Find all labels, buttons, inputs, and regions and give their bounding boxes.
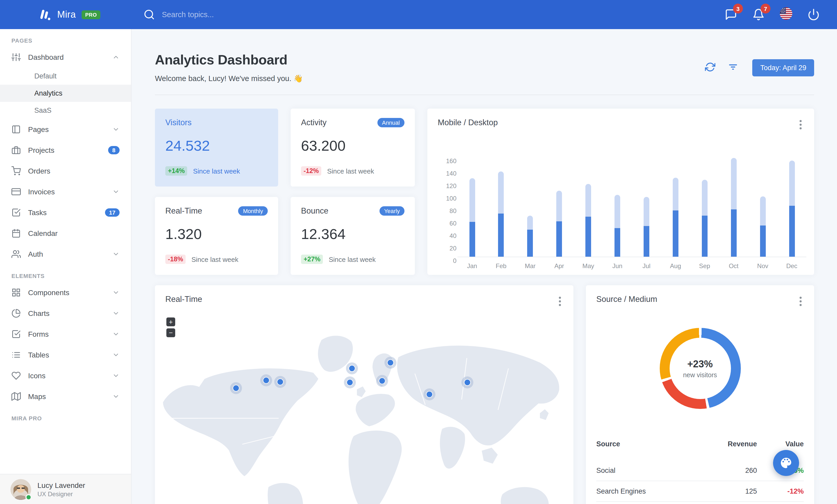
sidebar-subitem-saas[interactable]: SaaS xyxy=(0,102,131,119)
map-marker[interactable] xyxy=(379,377,386,384)
y-axis-tick-label: 120 xyxy=(436,182,457,190)
map-marker[interactable] xyxy=(346,379,353,386)
bar-jul-desktop[interactable] xyxy=(644,197,649,226)
table-row-social[interactable]: Social260+35% xyxy=(596,460,804,481)
bar-sep-mobile[interactable] xyxy=(702,216,708,257)
map-zoom-in-button[interactable]: + xyxy=(166,317,175,326)
map-marker[interactable] xyxy=(233,385,239,392)
map-marker[interactable] xyxy=(263,377,270,384)
stat-period-badge[interactable]: Annual xyxy=(377,118,405,127)
chevron-down-icon xyxy=(112,351,120,358)
shopping-cart-icon xyxy=(12,166,21,175)
bar-mar-mobile[interactable] xyxy=(528,230,533,257)
bar-aug-mobile[interactable] xyxy=(673,210,678,257)
bar-oct-mobile[interactable] xyxy=(731,209,736,257)
sidebar-item-label: Maps xyxy=(28,392,105,400)
bar-feb-mobile[interactable] xyxy=(498,213,504,257)
theme-palette-fab[interactable] xyxy=(773,450,799,476)
bar-aug-desktop[interactable] xyxy=(673,178,678,210)
bar-may-desktop[interactable] xyxy=(585,184,591,217)
map-marker[interactable] xyxy=(277,378,284,385)
y-axis-tick-label: 80 xyxy=(436,207,457,214)
bar-jan-mobile[interactable] xyxy=(469,222,475,257)
sidebar-item-maps[interactable]: Maps xyxy=(0,386,131,407)
map-marker[interactable] xyxy=(349,365,355,372)
stat-card-visitors: Visitors24.532+14%Since last week xyxy=(155,109,278,187)
kebab-menu-icon[interactable] xyxy=(557,295,563,308)
sidebar-item-charts[interactable]: Charts xyxy=(0,303,131,324)
sidebar-item-projects[interactable]: Projects8 xyxy=(0,140,131,161)
bar-may-mobile[interactable] xyxy=(585,217,591,257)
map-zoom-out-button[interactable]: − xyxy=(166,329,175,337)
world-map[interactable] xyxy=(155,311,573,504)
stat-period-badge[interactable]: Yearly xyxy=(379,206,405,216)
credit-card-icon xyxy=(12,187,21,197)
x-axis-label: Jan xyxy=(458,262,486,270)
stat-value: 63.200 xyxy=(301,138,405,154)
table-row-direct[interactable]: Direct164+46% xyxy=(596,501,804,504)
sidebar-item-dashboard[interactable]: Dashboard xyxy=(0,47,131,68)
bar-jun-desktop[interactable] xyxy=(615,195,620,228)
kebab-menu-icon[interactable] xyxy=(798,295,804,308)
sidebar-item-orders[interactable]: Orders xyxy=(0,161,131,181)
search-input[interactable] xyxy=(162,11,318,19)
filter-button[interactable] xyxy=(728,62,739,73)
sidebar-item-label: Dashboard xyxy=(28,53,105,61)
sidebar-item-tasks[interactable]: Tasks17 xyxy=(0,202,131,223)
sidebar-item-tables[interactable]: Tables xyxy=(0,344,131,365)
bar-apr-mobile[interactable] xyxy=(556,221,562,257)
logout-power-button[interactable] xyxy=(807,8,820,21)
bar-sep-desktop[interactable] xyxy=(702,180,708,216)
notifications-button[interactable]: 7 xyxy=(752,8,765,21)
sidebar-item-label: Forms xyxy=(28,330,105,338)
bar-apr-desktop[interactable] xyxy=(556,191,562,221)
sidebar-user[interactable]: Lucy Lavender UX Designer xyxy=(0,474,131,504)
stat-period-badge[interactable]: Monthly xyxy=(238,206,268,216)
y-axis-tick-label: 0 xyxy=(436,257,457,264)
bar-oct-desktop[interactable] xyxy=(731,158,736,209)
heart-icon xyxy=(12,371,21,380)
navbar-actions: 3 7 xyxy=(724,8,837,21)
source-donut-chart[interactable]: +23% new visitors xyxy=(659,328,741,409)
header-divider xyxy=(155,95,814,95)
bar-jul-mobile[interactable] xyxy=(644,226,649,257)
bar-nov-desktop[interactable] xyxy=(760,196,766,225)
bar-jan-desktop[interactable] xyxy=(469,178,475,222)
sidebar-item-label: Pages xyxy=(28,125,105,133)
language-flag-button[interactable] xyxy=(779,8,793,21)
chevron-down-icon xyxy=(112,188,120,195)
bar-dec-mobile[interactable] xyxy=(789,205,795,257)
map-marker[interactable] xyxy=(464,379,471,386)
kebab-menu-icon[interactable] xyxy=(798,118,804,131)
bar-jun-mobile[interactable] xyxy=(615,228,620,257)
y-axis-tick-label: 20 xyxy=(436,245,457,252)
table-row-search-engines[interactable]: Search Engines125-12% xyxy=(596,481,804,501)
bar-mar-desktop[interactable] xyxy=(528,216,533,230)
x-axis-label: Aug xyxy=(661,262,690,270)
x-axis-label: Jun xyxy=(603,262,632,270)
map-marker[interactable] xyxy=(387,359,394,366)
refresh-button[interactable] xyxy=(705,62,716,73)
chevron-down-icon xyxy=(112,289,120,296)
realtime-map-card: Real-Time + − xyxy=(155,285,573,504)
stat-card-title: Activity xyxy=(301,118,326,127)
sidebar-item-pages[interactable]: Pages xyxy=(0,119,131,140)
sidebar-item-invoices[interactable]: Invoices xyxy=(0,181,131,202)
sidebar-item-calendar[interactable]: Calendar xyxy=(0,223,131,244)
sidebar-item-icons[interactable]: Icons xyxy=(0,365,131,386)
map-marker[interactable] xyxy=(426,391,433,398)
y-axis-tick-label: 100 xyxy=(436,195,457,202)
sidebar-item-forms[interactable]: Forms xyxy=(0,324,131,344)
sidebar-subitem-default[interactable]: Default xyxy=(0,68,131,85)
sidebar-item-auth[interactable]: Auth xyxy=(0,244,131,264)
bar-feb-desktop[interactable] xyxy=(498,171,504,213)
brand[interactable]: Mira PRO xyxy=(0,7,101,22)
sidebar-item-components[interactable]: Components xyxy=(0,282,131,303)
messages-button[interactable]: 3 xyxy=(724,8,738,21)
bar-dec-desktop[interactable] xyxy=(789,161,795,205)
date-range-button[interactable]: Today: April 29 xyxy=(752,59,814,76)
notifications-badge: 7 xyxy=(761,4,770,14)
sidebar-item-badge: 8 xyxy=(108,146,120,154)
sidebar-subitem-analytics[interactable]: Analytics xyxy=(0,85,131,102)
bar-nov-mobile[interactable] xyxy=(760,225,766,257)
